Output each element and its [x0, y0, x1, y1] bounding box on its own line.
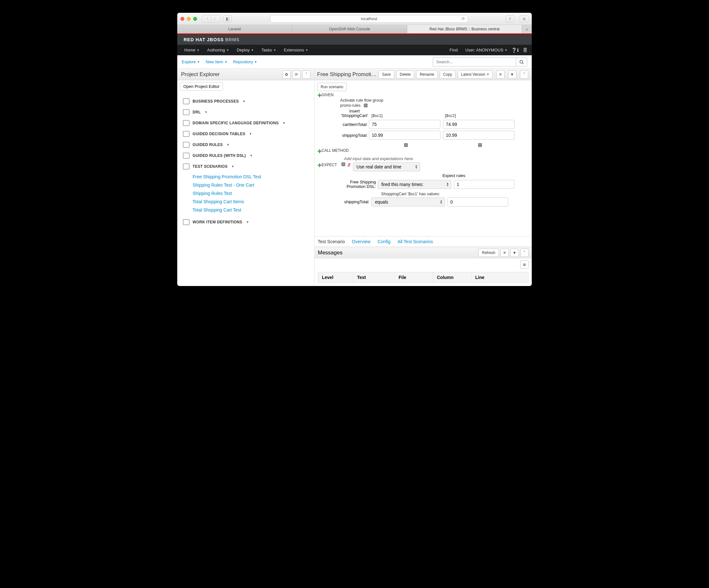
copy-button[interactable]: Copy [440, 70, 456, 79]
fact-op-select[interactable]: equals▲▼ [371, 198, 445, 206]
browser-tab[interactable]: OpenShift Web Console [292, 25, 407, 33]
rule-op-select[interactable]: fired this many times:▲▼ [378, 180, 451, 189]
refresh-button[interactable]: Refresh [478, 249, 499, 257]
menu-authoring[interactable]: Authoring▼ [204, 48, 233, 52]
remove-icon[interactable]: − [364, 104, 368, 107]
tree-group-open[interactable]: TEST SCENARIOS▼ [182, 161, 310, 172]
version-dropdown[interactable]: Latest Version▼ [458, 70, 493, 79]
folder-icon [183, 98, 189, 104]
collapse-editor-icon[interactable]: ˄ [520, 70, 528, 79]
run-scenario-button[interactable]: Run scenario [317, 83, 347, 91]
search-input[interactable] [433, 57, 516, 67]
menu-user[interactable]: User: ANONYMOUS▼ [462, 48, 511, 52]
subnav-new-item[interactable]: New Item▼ [206, 59, 228, 64]
subnav-repository[interactable]: Repository▼ [233, 59, 257, 64]
tree-children: Free Shipping Promotion DSL Test Shippin… [182, 172, 310, 217]
col-sc1: [$sc1] [369, 113, 442, 118]
briefcase-icon[interactable]: 🗄 [523, 48, 529, 53]
chevron-down-icon: ▼ [232, 165, 234, 168]
back-button[interactable]: 〈 [202, 15, 211, 22]
config-icon[interactable]: ⇵ [347, 162, 351, 168]
new-tab-button[interactable]: + [522, 25, 532, 33]
remove-icon[interactable]: − [341, 162, 345, 166]
tab-all-scenarios[interactable]: All Test Scenarios [398, 239, 433, 244]
tree-group[interactable]: WORK ITEM DEFINITIONS▼ [182, 217, 310, 228]
tree-group[interactable]: DRL▼ [182, 107, 310, 118]
folder-icon [183, 163, 189, 169]
refresh-icon[interactable]: ⟳ [292, 70, 300, 79]
browser-tab[interactable]: Laravel [177, 25, 292, 33]
save-button[interactable]: Save [378, 70, 394, 79]
menu-home[interactable]: Home▼ [180, 48, 204, 52]
messages-table: Level Text File Column Line [318, 272, 529, 283]
tabs-icon[interactable]: ⧉ [520, 15, 529, 22]
dropdown-icon[interactable]: ▼ [508, 70, 517, 79]
close-messages-icon[interactable]: ✕ [500, 249, 509, 257]
cart-total-sc2-input[interactable] [443, 120, 515, 129]
col-level[interactable]: Level [318, 272, 353, 282]
subnav-explore[interactable]: Explore▼ [182, 59, 200, 64]
tab-test-scenario[interactable]: Test Scenario [318, 239, 345, 244]
search-icon [519, 60, 524, 64]
row-label: shippingTotal: [340, 133, 369, 138]
remove-icon[interactable]: − [478, 143, 482, 147]
tree-group[interactable]: GUIDED RULES (WITH DSL)▼ [182, 150, 310, 161]
product-brand: RED HAT JBOSS BRMS [184, 37, 239, 42]
menu-extensions[interactable]: Extensions▼ [280, 48, 312, 52]
reload-icon[interactable]: ⟳ [462, 16, 465, 21]
address-bar[interactable]: localhost ⟳ [270, 15, 468, 23]
close-editor-icon[interactable]: ✕ [496, 70, 505, 79]
tree-item[interactable]: Free Shipping Promotion DSL Test [192, 173, 310, 181]
col-file[interactable]: File [395, 272, 433, 282]
tab-config[interactable]: Config [377, 239, 390, 244]
tree-item[interactable]: Shipping Rules Test [192, 189, 310, 198]
tree-group[interactable]: GUIDED DECISION TABLES▼ [182, 128, 310, 139]
help-icon[interactable]: ❔ [511, 48, 517, 53]
delete-button[interactable]: Delete [396, 70, 415, 79]
tree-group[interactable]: DOMAIN SPECIFIC LANGUAGE DEFINITIONS▼ [182, 118, 310, 128]
tree-item[interactable]: Shipping Rules Test - One Cart [192, 181, 310, 189]
browser-tab-active[interactable]: Red Hat JBoss BRMS :: Business central [407, 25, 522, 33]
shipping-sc1-input[interactable] [369, 131, 440, 139]
menu-find[interactable]: Find [446, 48, 462, 52]
share-icon[interactable]: ⇪ [505, 15, 515, 22]
tree-group[interactable]: GUIDED RULES▼ [182, 139, 310, 150]
add-expect-icon[interactable]: ✚ [317, 162, 322, 169]
window-minimize-icon[interactable] [187, 17, 191, 21]
brand-bar: RED HAT JBOSS BRMS [177, 34, 532, 45]
add-given-icon[interactable]: ✚ [317, 92, 322, 98]
address-text: localhost [361, 16, 377, 21]
shipping-sc2-input[interactable] [443, 131, 515, 139]
search-button[interactable] [516, 57, 527, 67]
tree-item[interactable]: Total Shopping Cart Items [192, 198, 310, 206]
collapse-icon[interactable]: ˄ [302, 70, 310, 79]
tree-group[interactable]: BUSINESS PROCESSES▼ [182, 96, 310, 107]
menu-tasks[interactable]: Tasks▼ [258, 48, 280, 52]
col-text[interactable]: Text [353, 272, 395, 282]
window-maximize-icon[interactable] [193, 17, 197, 21]
fact-value-input[interactable] [447, 198, 508, 206]
folder-icon [183, 120, 189, 126]
dropdown-icon[interactable]: ▼ [510, 249, 519, 257]
menu-deploy[interactable]: Deploy▼ [233, 48, 257, 52]
window-close-icon[interactable] [180, 17, 184, 21]
rule-count-input[interactable] [454, 180, 515, 189]
rename-button[interactable]: Rename [416, 70, 438, 79]
remove-icon[interactable]: − [404, 143, 408, 147]
cart-total-sc1-input[interactable] [369, 120, 440, 129]
open-project-editor-button[interactable]: Open Project Editor [180, 82, 223, 91]
date-mode-select[interactable]: Use real date and time ▲▼ [353, 162, 420, 171]
sidebar-toggle-icon[interactable]: ◧ [223, 15, 232, 22]
tab-overview[interactable]: Overview [352, 239, 370, 244]
list-icon[interactable]: ≣ [520, 260, 529, 269]
add-call-icon[interactable]: ✚ [317, 148, 322, 154]
folder-icon [183, 109, 189, 115]
col-column[interactable]: Column [433, 272, 471, 282]
gear-icon[interactable]: ✿ [282, 70, 291, 79]
tree-item[interactable]: Total Shopping Cart Test [192, 206, 310, 214]
forward-button[interactable]: 〉 [211, 15, 220, 22]
col-line[interactable]: Line [471, 272, 528, 282]
messages-panel: Messages Refresh ✕ ▼ ˄ ≣ Level Text File… [315, 247, 532, 286]
info-icon[interactable]: ℹ [517, 48, 523, 53]
collapse-messages-icon[interactable]: ˄ [520, 249, 529, 257]
